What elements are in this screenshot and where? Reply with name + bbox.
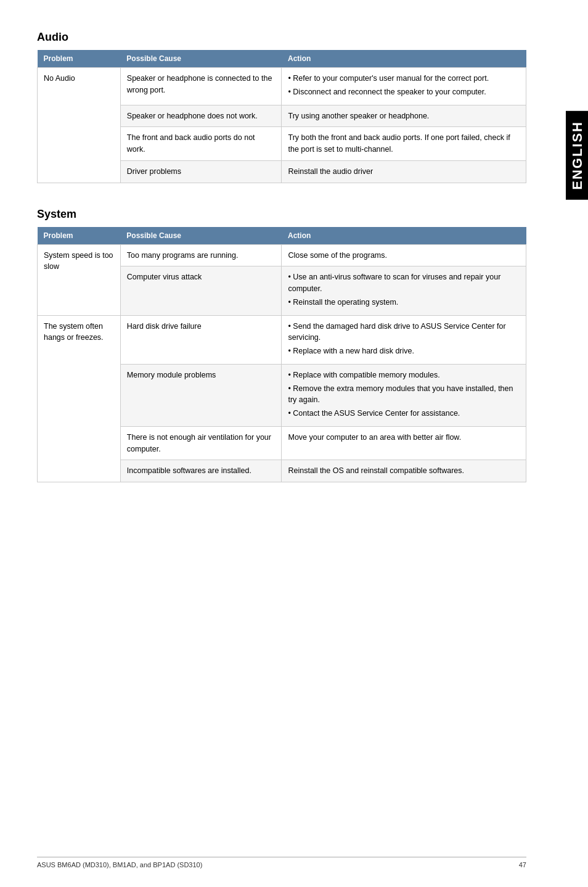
system-action-1: Close some of the programs. [282,244,526,266]
system-cause-4: Memory module problems [120,364,282,426]
footer-right: 47 [519,861,526,868]
audio-cause-4: Driver problems [120,160,282,183]
system-action-6: Reinstall the OS and reinstall compatibl… [282,460,526,482]
system-cause-1: Too many programs are running. [120,244,282,266]
system-problem-hangs: The system often hangs or freezes. [38,315,121,482]
audio-header-action: Action [282,50,526,68]
system-header-action: Action [282,227,526,245]
footer: ASUS BM6AD (MD310), BM1AD, and BP1AD (SD… [37,857,526,868]
audio-cause-3: The front and back audio ports do not wo… [120,127,282,161]
system-cause-2: Computer virus attack [120,266,282,315]
audio-action-3: Try both the front and back audio ports.… [282,127,526,161]
system-table: Problem Possible Cause Action System spe… [37,227,526,483]
audio-cause-2: Speaker or headphone does not work. [120,105,282,127]
system-cause-6: Incompatible softwares are installed. [120,460,282,482]
table-row: No Audio Speaker or headphone is connect… [38,68,526,105]
table-row: The system often hangs or freezes. Hard … [38,315,526,364]
audio-problem-no-audio: No Audio [38,68,121,183]
system-section-title: System [37,208,526,221]
audio-action-1: Refer to your computer's user manual for… [282,68,526,105]
system-problem-speed: System speed is too slow [38,244,121,315]
audio-header-cause: Possible Cause [120,50,282,68]
system-cause-5: There is not enough air ventilation for … [120,426,282,460]
system-action-4: Replace with compatible memory modules. … [282,364,526,426]
system-cause-3: Hard disk drive failure [120,315,282,364]
system-action-5: Move your computer to an area with bette… [282,426,526,460]
system-header-cause: Possible Cause [120,227,282,245]
side-tab: ENGLISH [566,111,588,200]
footer-left: ASUS BM6AD (MD310), BM1AD, and BP1AD (SD… [37,861,202,868]
system-header-problem: Problem [38,227,121,245]
table-row: System speed is too slow Too many progra… [38,244,526,266]
audio-table: Problem Possible Cause Action No Audio S… [37,50,526,183]
audio-header-problem: Problem [38,50,121,68]
system-action-3: Send the damaged hard disk drive to ASUS… [282,315,526,364]
audio-action-2: Try using another speaker or headphone. [282,105,526,127]
audio-action-4: Reinstall the audio driver [282,160,526,183]
system-action-2: Use an anti-virus software to scan for v… [282,266,526,315]
audio-cause-1: Speaker or headphone is connected to the… [120,68,282,105]
audio-section-title: Audio [37,31,526,44]
